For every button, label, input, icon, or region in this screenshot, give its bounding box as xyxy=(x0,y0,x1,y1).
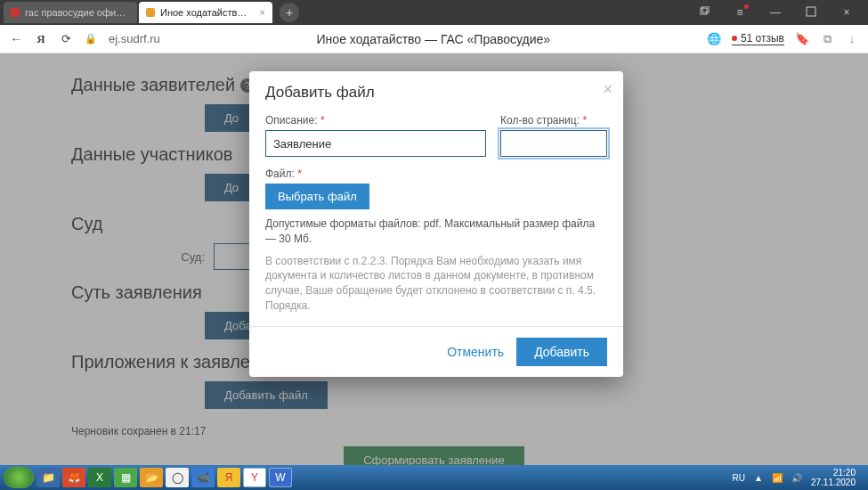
new-tab-button[interactable]: + xyxy=(280,3,299,22)
reviews-text: 51 отзыв xyxy=(741,32,784,45)
svg-rect-1 xyxy=(702,6,709,12)
taskbar-yandex-icon[interactable]: Я xyxy=(217,468,240,487)
sidebar-icon[interactable]: ⧉ xyxy=(820,32,834,46)
start-button[interactable] xyxy=(4,467,34,488)
svg-rect-0 xyxy=(701,8,707,14)
description-label: Описание: * xyxy=(265,114,486,127)
tray-flag-icon[interactable]: ▲ xyxy=(754,473,763,483)
add-button[interactable]: Добавить xyxy=(516,338,607,366)
taskbar-zoom-icon[interactable]: 📹 xyxy=(191,468,215,487)
tab-favicon xyxy=(11,8,20,17)
clock-time: 21:20 xyxy=(811,468,856,478)
taskbar-chrome-icon[interactable]: ◯ xyxy=(166,468,189,487)
language-indicator[interactable]: RU xyxy=(733,473,745,483)
maximize-button[interactable] xyxy=(793,6,829,20)
cancel-button[interactable]: Отменить xyxy=(447,345,504,359)
choose-file-button[interactable]: Выбрать файл xyxy=(265,184,369,209)
translate-icon[interactable]: 🌐 xyxy=(707,32,721,45)
windows-taskbar: 📁 🦊 X ▦ 📂 ◯ 📹 Я Y W RU ▲ 📶 🔊 21:20 27.11… xyxy=(0,465,868,490)
page-title: Иное ходатайство — ГАС «Правосудие» xyxy=(171,32,696,46)
tab-inactive[interactable]: гас правосудие официаль xyxy=(4,2,137,23)
dot-icon xyxy=(732,36,737,41)
modal-close-button[interactable]: × xyxy=(603,80,612,99)
lock-icon: 🔒 xyxy=(84,33,98,45)
taskbar-app-icon[interactable]: ▦ xyxy=(114,468,137,487)
tab-favicon xyxy=(146,8,155,17)
back-button[interactable]: ← xyxy=(9,32,23,45)
copy-icon[interactable] xyxy=(686,6,722,20)
pages-label: Кол-во страниц: * xyxy=(500,114,607,127)
modal-title: Добавить файл xyxy=(265,84,607,102)
close-icon[interactable]: × xyxy=(260,7,265,18)
taskbar-excel-icon[interactable]: X xyxy=(88,468,111,487)
downloads-icon[interactable]: ↓ xyxy=(845,32,859,45)
pages-input[interactable] xyxy=(500,130,607,157)
taskbar-firefox-icon[interactable]: 🦊 xyxy=(62,468,85,487)
description-input[interactable] xyxy=(265,130,486,157)
taskbar-folder-icon[interactable]: 📂 xyxy=(140,468,163,487)
browser-titlebar: гас правосудие официаль Иное ходатайство… xyxy=(0,0,868,25)
url-text[interactable]: ej.sudrf.ru xyxy=(109,32,160,45)
add-file-modal: Добавить файл × Описание: * Кол-во стран… xyxy=(249,71,623,377)
clock-date: 27.11.2020 xyxy=(811,478,856,487)
tab-label: гас правосудие официаль xyxy=(25,7,130,18)
system-clock[interactable]: 21:20 27.11.2020 xyxy=(811,468,856,487)
taskbar-word-icon[interactable]: W xyxy=(269,468,292,487)
reload-button[interactable]: ⟳ xyxy=(59,32,73,45)
content-area: Данные заявителей ? Дo Данные участников… xyxy=(0,53,868,465)
tab-label: Иное ходатайство — Г… xyxy=(160,7,251,18)
file-label: Файл: * xyxy=(265,167,607,180)
bookmark-icon[interactable]: 🔖 xyxy=(795,32,809,45)
extensions-icon[interactable]: ≡ xyxy=(722,6,758,19)
taskbar-explorer-icon[interactable]: 📁 xyxy=(37,468,60,487)
tray-volume-icon[interactable]: 🔊 xyxy=(791,473,802,483)
address-bar: ← Я ⟳ 🔒 ej.sudrf.ru Иное ходатайство — Г… xyxy=(0,25,868,53)
close-window-button[interactable]: × xyxy=(829,6,864,19)
svg-rect-2 xyxy=(807,7,815,16)
tab-active[interactable]: Иное ходатайство — Г… × xyxy=(139,2,272,23)
reviews-link[interactable]: 51 отзыв xyxy=(732,32,784,45)
minimize-button[interactable]: — xyxy=(758,6,793,19)
taskbar-yabrowser-active-icon[interactable]: Y xyxy=(243,468,266,487)
rules-hint: В соответствии с п.2.2.3. Порядка Вам не… xyxy=(265,254,607,314)
tray-network-icon[interactable]: 📶 xyxy=(772,473,783,483)
formats-hint: Допустимые форматы файлов: pdf. Максимал… xyxy=(265,216,607,247)
yandex-home-button[interactable]: Я xyxy=(34,32,48,46)
